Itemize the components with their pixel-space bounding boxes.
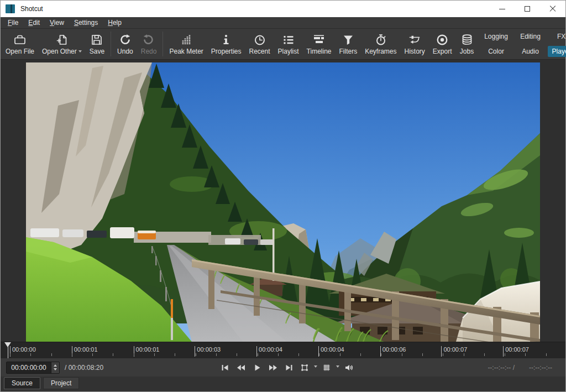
- total-duration: / 00:00:08:20: [65, 364, 103, 372]
- current-time-spinbox[interactable]: 00:00:00:00: [6, 362, 60, 374]
- app-icon: [6, 4, 15, 13]
- minimize-button[interactable]: [489, 1, 515, 17]
- zoom-dropdown-button[interactable]: [313, 363, 318, 372]
- recent-button[interactable]: Recent: [245, 32, 274, 56]
- document-plus-icon: [55, 33, 69, 46]
- window-controls: [489, 1, 565, 17]
- toolbar-separator: [111, 32, 111, 56]
- redo-arrow-icon: [142, 33, 156, 46]
- tab-source[interactable]: Source: [4, 377, 40, 389]
- folder-icon: [13, 33, 27, 46]
- fast-forward-button[interactable]: [265, 361, 281, 374]
- selected-duration: --:--:--:--: [529, 364, 552, 372]
- redo-button[interactable]: Redo: [137, 32, 161, 56]
- chevron-down-icon: [78, 50, 82, 54]
- info-i-icon: [219, 33, 233, 46]
- list-icon: [281, 33, 296, 46]
- ruler-tick-label: 00:00:04: [318, 346, 344, 357]
- panel-audio[interactable]: Audio: [517, 46, 543, 57]
- level-bars-icon: [179, 33, 193, 46]
- export-button[interactable]: Export: [429, 32, 456, 56]
- peak-meter-button[interactable]: Peak Meter: [165, 32, 207, 56]
- skip-to-start-button[interactable]: [218, 361, 232, 374]
- undo-arrow-icon: [118, 33, 132, 46]
- ruler-tick-label: 00:00:03: [195, 346, 221, 357]
- volume-button[interactable]: [342, 361, 357, 374]
- tab-project[interactable]: Project: [43, 377, 79, 389]
- track-bars-icon: [312, 33, 326, 46]
- panel-toggles: Logging Editing FX Color Audio Player: [478, 29, 566, 59]
- properties-button[interactable]: Properties: [207, 32, 245, 56]
- ruler-tick-label: 00:00:00: [10, 346, 36, 357]
- history-button[interactable]: History: [401, 32, 429, 56]
- toolbar: Open File Open Other Save Undo Redo Peak…: [1, 29, 565, 60]
- menu-settings[interactable]: Settings: [69, 18, 103, 28]
- funnel-icon: [341, 33, 355, 46]
- panel-player[interactable]: Player: [548, 46, 566, 57]
- panel-color[interactable]: Color: [484, 46, 509, 57]
- current-time-value[interactable]: 00:00:00:00: [7, 362, 51, 373]
- ruler-tick-label: 00:00:07: [503, 346, 529, 357]
- ruler-tick-label: 00:00:06: [380, 346, 406, 357]
- grid-button[interactable]: [319, 361, 334, 374]
- open-other-button[interactable]: Open Other: [38, 32, 86, 56]
- floppy-disk-icon: [90, 33, 104, 46]
- clock-icon: [253, 33, 267, 46]
- time-spin-arrows[interactable]: [51, 362, 59, 373]
- panel-editing[interactable]: Editing: [516, 31, 545, 42]
- chevron-down-icon: [336, 365, 339, 369]
- titlebar: Shotcut: [1, 1, 565, 17]
- in-out-range: --:--:--:-- /: [488, 364, 515, 372]
- menu-edit[interactable]: Edit: [23, 18, 45, 28]
- ruler-tick-label: 00:00:01: [72, 346, 98, 357]
- minimize-icon: [499, 9, 505, 9]
- menu-view[interactable]: View: [45, 18, 69, 28]
- close-button[interactable]: [540, 1, 565, 17]
- video-preview: [26, 62, 540, 342]
- menu-help[interactable]: Help: [103, 18, 127, 28]
- chevron-down-icon: [314, 365, 317, 369]
- keyframes-button[interactable]: Keyframes: [361, 32, 400, 56]
- menubar: File Edit View Settings Help: [1, 17, 565, 29]
- player-tabbar: Source Project: [1, 377, 565, 391]
- open-file-button[interactable]: Open File: [2, 32, 38, 56]
- timeline-ruler[interactable]: 00:00:00 00:00:01 00:00:01 00:00:03 00:0…: [1, 342, 565, 358]
- stopwatch-icon: [374, 33, 388, 46]
- transport-controls: [218, 358, 357, 377]
- grid-dropdown-button[interactable]: [335, 363, 340, 372]
- panel-fx[interactable]: FX: [553, 31, 566, 42]
- ruler-tick-label: 00:00:01: [134, 346, 160, 357]
- playhead-handle[interactable]: [4, 342, 11, 351]
- spin-down-icon: [54, 368, 57, 372]
- maximize-icon: [525, 6, 530, 12]
- close-icon: [549, 6, 556, 12]
- database-stack-icon: [460, 33, 474, 46]
- toolbar-separator: [163, 32, 163, 56]
- ruler-tick-label: 00:00:07: [441, 346, 467, 357]
- spin-up-icon: [54, 363, 57, 367]
- zoom-fit-button[interactable]: [297, 361, 312, 374]
- play-button[interactable]: [250, 361, 264, 374]
- jobs-button[interactable]: Jobs: [456, 32, 478, 56]
- disc-icon: [435, 33, 449, 46]
- ruler-tick-label: 00:00:04: [256, 346, 282, 357]
- player-area: [1, 60, 565, 342]
- save-button[interactable]: Save: [86, 32, 108, 56]
- filters-button[interactable]: Filters: [335, 32, 361, 56]
- menu-file[interactable]: File: [3, 18, 23, 28]
- window-title: Shotcut: [20, 5, 43, 13]
- panel-logging[interactable]: Logging: [480, 31, 512, 42]
- rewind-button[interactable]: [233, 361, 249, 374]
- skip-to-end-button[interactable]: [282, 361, 296, 374]
- shotcut-window: Shotcut File Edit View Settings Help Ope…: [0, 0, 566, 392]
- selection-range: --:--:--:-- / --:--:--:--: [488, 364, 560, 372]
- undo-button[interactable]: Undo: [113, 32, 137, 56]
- playlist-button[interactable]: Playlist: [274, 32, 303, 56]
- maximize-button[interactable]: [515, 1, 540, 17]
- transport-bar: 00:00:00:00 / 00:00:08:20 --:--:--:-- / …: [1, 358, 565, 377]
- timeline-button[interactable]: Timeline: [303, 32, 336, 56]
- node-arrow-icon: [407, 33, 422, 46]
